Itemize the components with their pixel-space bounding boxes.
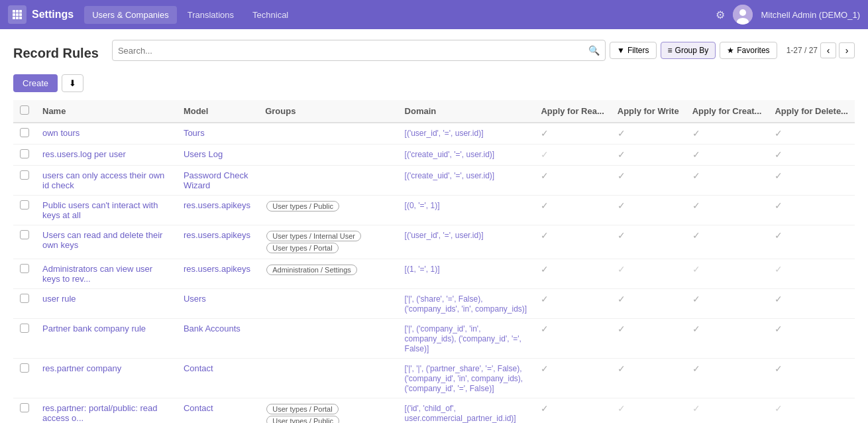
- app-logo[interactable]: [8, 5, 27, 24]
- row-checkbox[interactable]: [20, 230, 29, 239]
- row-create: ✓: [686, 359, 769, 398]
- row-checkbox[interactable]: [20, 264, 29, 273]
- row-checkbox[interactable]: [20, 200, 29, 210]
- row-checkbox[interactable]: [20, 403, 29, 412]
- check-yes: ✓: [618, 149, 625, 160]
- row-delete: ✓: [768, 145, 855, 166]
- model-link[interactable]: Password Check Wizard: [184, 170, 248, 190]
- page-title: Record Rules: [13, 46, 99, 61]
- table-row: Public users can't interact with keys at…: [13, 196, 855, 225]
- col-domain[interactable]: Domain: [398, 100, 535, 123]
- name-link[interactable]: res.users.log per user: [42, 149, 126, 159]
- row-checkbox[interactable]: [20, 149, 29, 158]
- name-link[interactable]: Users can read and delete their own keys: [42, 230, 162, 250]
- row-domain: ['|', '|', ('partner_share', '=', False)…: [398, 359, 535, 398]
- row-create: ✓: [686, 196, 769, 225]
- model-link[interactable]: res.users.apikeys: [184, 264, 250, 274]
- user-name[interactable]: Mitchell Admin (DEMO_1): [761, 10, 860, 20]
- table-row: user rule Users ['|', ('share', '=', Fal…: [13, 289, 855, 319]
- col-groups[interactable]: Groups: [258, 100, 398, 123]
- download-icon: ⬇: [69, 78, 76, 88]
- row-groups: [258, 359, 398, 398]
- check-yes: ✓: [618, 170, 625, 181]
- check-yes: ✓: [692, 363, 700, 374]
- group-by-button[interactable]: ≡ Group By: [661, 42, 716, 59]
- select-all-checkbox[interactable]: [20, 105, 29, 115]
- name-link[interactable]: res.partner: portal/public: read access …: [42, 403, 157, 423]
- row-model: res.users.apikeys: [177, 259, 258, 289]
- row-write: ✓: [611, 123, 686, 145]
- gear-icon[interactable]: ⚙: [716, 9, 725, 21]
- model-link[interactable]: Users: [184, 294, 206, 304]
- row-checkbox-cell: [13, 196, 36, 225]
- next-page-button[interactable]: ›: [839, 42, 855, 58]
- col-write[interactable]: Apply for Write: [611, 100, 686, 123]
- name-link[interactable]: user rule: [42, 294, 76, 304]
- svg-rect-4: [16, 13, 19, 16]
- row-model: Contact: [177, 398, 258, 424]
- row-checkbox[interactable]: [20, 128, 29, 137]
- row-domain: [(0, '=', 1)]: [398, 196, 535, 225]
- model-link[interactable]: Contact: [184, 403, 213, 413]
- col-delete[interactable]: Apply for Delete...: [768, 100, 855, 123]
- row-read: ✓: [534, 289, 610, 319]
- row-checkbox-cell: [13, 123, 36, 145]
- row-checkbox[interactable]: [20, 363, 29, 373]
- check-yes: ✓: [775, 230, 783, 241]
- row-checkbox[interactable]: [20, 170, 29, 180]
- row-checkbox[interactable]: [20, 294, 29, 303]
- create-button[interactable]: Create: [13, 74, 58, 92]
- check-yes: ✓: [692, 230, 700, 241]
- col-read[interactable]: Apply for Rea...: [534, 100, 610, 123]
- row-checkbox[interactable]: [20, 324, 29, 333]
- row-read: ✓: [534, 359, 610, 398]
- export-button[interactable]: ⬇: [62, 74, 83, 92]
- row-create: ✓: [686, 289, 769, 319]
- topbar: Settings Users & Companies Translations …: [0, 0, 868, 29]
- header-row: Record Rules 🔍 ▼ Filters ≡ Group By ★ Fa…: [13, 40, 855, 66]
- model-link[interactable]: res.users.apikeys: [184, 200, 250, 210]
- model-link[interactable]: Bank Accounts: [184, 324, 241, 333]
- nav-technical[interactable]: Technical: [244, 6, 296, 24]
- check-yes: ✓: [775, 324, 783, 334]
- col-model[interactable]: Model: [177, 100, 258, 123]
- row-write: ✓: [611, 398, 686, 424]
- nav-translations[interactable]: Translations: [180, 6, 242, 24]
- check-yes: ✓: [775, 149, 783, 160]
- model-link[interactable]: Tours: [184, 128, 205, 138]
- prev-page-button[interactable]: ‹: [820, 42, 836, 58]
- check-yes: ✓: [618, 363, 625, 374]
- domain-value: [('create_uid', '=', user.id)]: [405, 171, 495, 180]
- search-input[interactable]: [118, 46, 588, 56]
- name-link[interactable]: res.partner company: [42, 363, 121, 373]
- filters-button[interactable]: ▼ Filters: [610, 42, 657, 59]
- model-link[interactable]: res.users.apikeys: [184, 230, 250, 240]
- name-link[interactable]: own tours: [42, 128, 80, 138]
- row-checkbox-cell: [13, 319, 36, 359]
- name-link[interactable]: Administrators can view user keys to rev…: [42, 264, 152, 284]
- col-create[interactable]: Apply for Creat...: [686, 100, 769, 123]
- check-yes: ✓: [541, 128, 549, 139]
- check-yes: ✓: [618, 230, 625, 241]
- row-read: ✓: [534, 196, 610, 225]
- row-delete: ✓: [768, 259, 855, 289]
- table-row: own tours Tours [('user_id', '=', user.i…: [13, 123, 855, 145]
- row-create: ✓: [686, 319, 769, 359]
- check-no: ✓: [618, 264, 625, 274]
- name-link[interactable]: Partner bank company rule: [42, 324, 146, 333]
- domain-value: [('user_id', '=', user.id)]: [405, 231, 484, 240]
- model-link[interactable]: Contact: [184, 363, 213, 373]
- row-create: ✓: [686, 398, 769, 424]
- model-link[interactable]: Users Log: [184, 149, 223, 159]
- row-delete: ✓: [768, 289, 855, 319]
- nav-users-companies[interactable]: Users & Companies: [84, 6, 177, 24]
- select-all-header[interactable]: [13, 100, 36, 123]
- col-name[interactable]: Name: [36, 100, 177, 123]
- name-link[interactable]: Public users can't interact with keys at…: [42, 200, 158, 220]
- group-by-label: Group By: [675, 46, 709, 55]
- favorites-button[interactable]: ★ Favorites: [720, 42, 777, 59]
- row-delete: ✓: [768, 225, 855, 259]
- name-link[interactable]: users can only access their own id check: [42, 170, 164, 190]
- check-yes: ✓: [618, 294, 625, 304]
- check-no: ✓: [541, 149, 549, 160]
